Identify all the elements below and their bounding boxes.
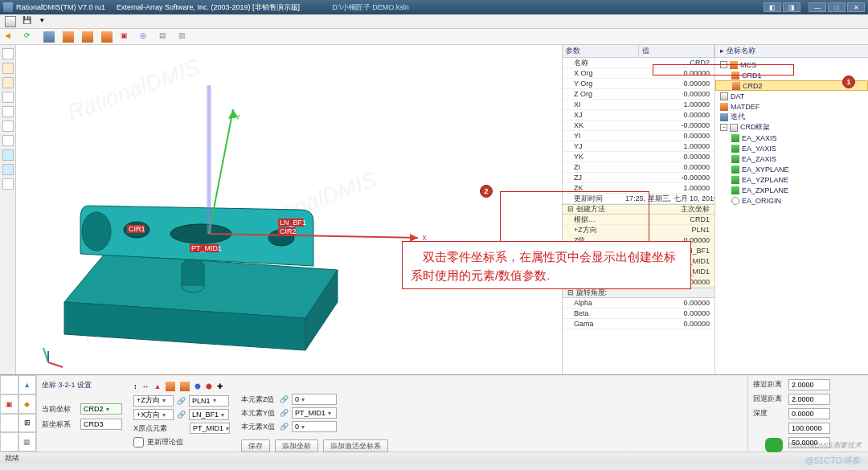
inp-zdir-v[interactable]: PLN1 xyxy=(189,395,229,407)
vtool-10[interactable] xyxy=(2,178,14,190)
inp-new[interactable]: CRD3 xyxy=(80,419,122,430)
vtool-9[interactable] xyxy=(2,164,14,175)
inp-xval[interactable]: 0 xyxy=(292,421,337,432)
prop-row[interactable]: ZI0.00000 xyxy=(563,162,714,173)
vtool-4[interactable] xyxy=(2,92,14,103)
btool-3[interactable]: ▲ xyxy=(154,382,162,390)
inp-zdir-l[interactable]: +Z方向 xyxy=(133,395,174,407)
lbl-ptmid: PT_MID1 xyxy=(191,244,222,252)
prop-row[interactable]: YI0.00000 xyxy=(563,131,714,141)
vtool-3[interactable] xyxy=(2,77,14,88)
inp-yval[interactable]: PT_MID1 xyxy=(292,407,337,419)
prop-row[interactable]: Gama0.00000 xyxy=(563,319,714,329)
btab-8[interactable]: ▦ xyxy=(18,432,37,452)
prop-row[interactable]: YK0.00000 xyxy=(563,152,714,162)
inp-approach[interactable]: 2.0000 xyxy=(788,379,830,390)
btab-3[interactable]: ▣ xyxy=(0,394,18,414)
inp-depth[interactable]: 0.0000 xyxy=(788,408,830,419)
menu-file-icon[interactable] xyxy=(5,16,16,27)
menu-dropdown-icon[interactable]: ▾ xyxy=(40,16,51,27)
btn-activate[interactable]: 添加激活坐标系 xyxy=(323,439,388,452)
tool-back-icon[interactable]: ◀ xyxy=(5,31,16,43)
tool-axis2-icon[interactable] xyxy=(82,31,93,43)
tool-misc2-icon[interactable]: ◎ xyxy=(140,31,151,43)
prop-row[interactable]: XK-0.00000 xyxy=(563,121,714,131)
btool-1[interactable]: ↕ xyxy=(133,382,137,390)
prop-row[interactable]: 更新时间17:25, 星期三, 七月 10, 2019 xyxy=(563,194,714,204)
vtool-1[interactable] xyxy=(2,48,14,59)
props-body[interactable]: 名称CRD2X Org0.00000Y Org0.00000Z Org0.000… xyxy=(563,58,714,374)
close-button[interactable]: ✕ xyxy=(847,2,865,12)
tool-misc3-icon[interactable]: ▤ xyxy=(159,31,170,43)
tree-yzplane[interactable]: EA_YZPLANE xyxy=(715,174,868,185)
btn-add[interactable]: 添加坐标 xyxy=(275,439,318,452)
prop-row[interactable]: Alpha0.00000 xyxy=(563,298,714,309)
prop-row[interactable]: Beta0.00000 xyxy=(563,309,714,319)
btab-2[interactable]: ▲ xyxy=(18,375,37,394)
vtool-8[interactable] xyxy=(2,149,14,161)
tree-zxplane[interactable]: EA_ZXPLANE xyxy=(715,185,868,195)
tool-misc4-icon[interactable]: ▥ xyxy=(178,31,190,43)
tree-origin[interactable]: EA_ORIGIN xyxy=(715,195,868,206)
tree-xaxis[interactable]: EA_XAXIS xyxy=(715,133,868,143)
tree-yaxis[interactable]: EA_YAXIS xyxy=(715,143,868,153)
btn-save[interactable]: 保存 xyxy=(241,439,270,452)
aux-button-2[interactable]: ◨ xyxy=(783,2,800,12)
btab-7[interactable] xyxy=(0,432,18,452)
inp-xdir-l[interactable]: +X方向 xyxy=(133,409,174,420)
prop-row[interactable]: Z Org0.00000 xyxy=(563,89,714,100)
inp-xorg-v[interactable]: PT_MID1 xyxy=(190,423,230,434)
btool-6[interactable]: ⬣ xyxy=(194,382,201,390)
tree-dat[interactable]: DAT xyxy=(715,91,868,101)
prop-row[interactable]: YJ1.00000 xyxy=(563,141,714,152)
tool-refresh-icon[interactable]: ⟳ xyxy=(24,31,35,43)
tree-frame[interactable]: −CRD框架 xyxy=(715,122,868,133)
inp-curr[interactable]: CRD2 xyxy=(80,403,122,415)
btab-5[interactable] xyxy=(0,414,18,433)
aux-button-1[interactable]: ◧ xyxy=(764,2,781,12)
tool-misc1-icon[interactable]: ▣ xyxy=(121,31,132,43)
btool-2[interactable]: ↔ xyxy=(142,382,149,390)
prop-row[interactable]: 根据…CRD1 xyxy=(563,215,714,225)
prop-row[interactable]: ZK1.00000 xyxy=(563,183,714,194)
tree-body[interactable]: −MCS CRD1 CRD2 DAT MATDEF 迭代 −CRD框架 EA_X… xyxy=(715,58,868,374)
inp-xdir-v[interactable]: LN_BF1 xyxy=(189,409,229,420)
btab-4[interactable]: ◆ xyxy=(18,394,37,414)
btab-1[interactable] xyxy=(0,375,18,394)
tree-mcs[interactable]: −MCS xyxy=(715,59,868,70)
menu-save-icon[interactable]: 💾 xyxy=(23,16,34,27)
prop-section[interactable]: ⊟ 创建方法主次坐标 xyxy=(563,204,714,215)
3d-viewport[interactable]: RationalDMIS RationalDMIS RationalDMIS X… xyxy=(16,45,563,374)
badge-1: 1 xyxy=(842,76,855,88)
prop-row[interactable]: XJ0.00000 xyxy=(563,110,714,121)
btool-7[interactable]: ⬢ xyxy=(206,382,212,390)
tree-iter[interactable]: 迭代 xyxy=(715,112,868,122)
chk-update[interactable] xyxy=(133,437,144,448)
maximize-button[interactable]: □ xyxy=(828,2,845,12)
tool-axis1-icon[interactable] xyxy=(63,31,74,43)
inp-r4[interactable]: 100.0000 xyxy=(788,423,830,434)
lbl-xval: 本元素X值 xyxy=(241,422,276,432)
vtool-2[interactable] xyxy=(2,63,14,74)
btab-6[interactable]: ⊞ xyxy=(18,414,37,433)
tree-matdef[interactable]: MATDEF xyxy=(715,101,868,112)
btool-8[interactable]: ✚ xyxy=(217,382,223,390)
prop-row[interactable]: +Z方向PLN1 xyxy=(563,225,714,235)
vtool-7[interactable] xyxy=(2,135,14,146)
tool-cube-icon[interactable] xyxy=(43,31,55,43)
prop-row[interactable]: 名称CRD2 xyxy=(563,58,714,68)
minimize-button[interactable]: — xyxy=(809,2,826,12)
prop-row[interactable]: XI1.00000 xyxy=(563,100,714,110)
inp-zval[interactable]: 0 xyxy=(292,394,337,405)
prop-row[interactable]: ZJ-0.00000 xyxy=(563,173,714,183)
prop-row[interactable]: X Org0.00000 xyxy=(563,68,714,79)
tool-axis3-icon[interactable] xyxy=(101,31,113,43)
prop-row[interactable]: Y Org0.00000 xyxy=(563,79,714,89)
vtool-5[interactable] xyxy=(2,106,14,117)
tree-xyplane[interactable]: EA_XYPLANE xyxy=(715,164,868,174)
btool-5[interactable] xyxy=(180,382,190,391)
tree-zaxis[interactable]: EA_ZAXIS xyxy=(715,153,868,164)
inp-retract[interactable]: 2.0000 xyxy=(788,394,830,405)
btool-4[interactable] xyxy=(166,382,175,391)
vtool-6[interactable] xyxy=(2,121,14,132)
